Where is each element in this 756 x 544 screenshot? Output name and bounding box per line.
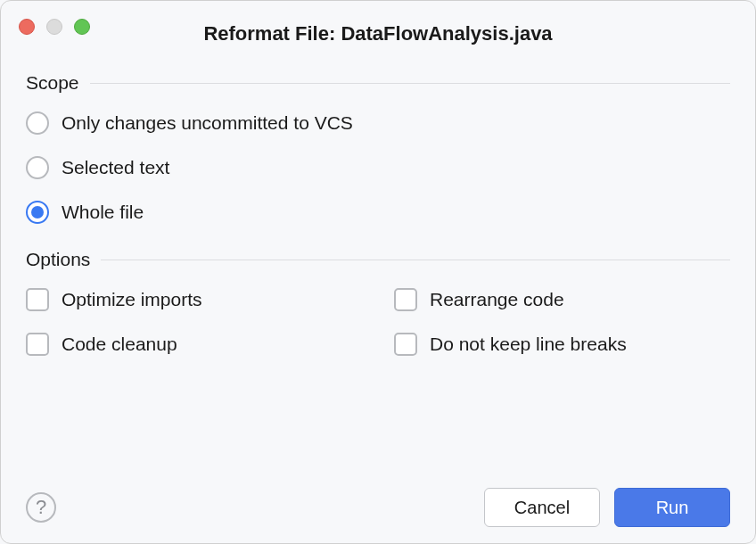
radio-icon[interactable] xyxy=(26,201,49,224)
radio-label: Selected text xyxy=(62,157,169,178)
help-icon[interactable]: ? xyxy=(26,492,56,523)
maximize-icon[interactable] xyxy=(74,19,90,35)
checkbox-label: Do not keep line breaks xyxy=(430,334,627,355)
radio-icon[interactable] xyxy=(26,111,49,135)
button-group: Cancel Run xyxy=(484,488,730,527)
titlebar: Reformat File: DataFlowAnalysis.java xyxy=(1,1,755,51)
reformat-dialog: Reformat File: DataFlowAnalysis.java Sco… xyxy=(0,0,756,544)
scope-label: Scope xyxy=(26,72,79,94)
option-rearrange-code[interactable]: Rearrange code xyxy=(387,286,730,313)
checkbox-label: Code cleanup xyxy=(62,334,177,355)
dialog-content: Scope Only changes uncommitted to VCS Se… xyxy=(1,51,755,358)
scope-option-vcs[interactable]: Only changes uncommitted to VCS xyxy=(26,110,730,136)
option-code-cleanup[interactable]: Code cleanup xyxy=(26,331,369,358)
scope-option-whole-file[interactable]: Whole file xyxy=(26,199,730,226)
button-label: Cancel xyxy=(514,498,570,518)
minimize-icon[interactable] xyxy=(46,19,62,35)
option-keep-line-breaks[interactable]: Do not keep line breaks xyxy=(387,331,730,358)
help-glyph: ? xyxy=(36,496,46,519)
options-grid: Optimize imports Rearrange code Code cle… xyxy=(26,286,730,358)
run-button[interactable]: Run xyxy=(614,488,730,527)
checkbox-icon[interactable] xyxy=(26,288,49,311)
options-label: Options xyxy=(26,249,90,270)
radio-label: Whole file xyxy=(62,202,144,223)
dialog-title: Reformat File: DataFlowAnalysis.java xyxy=(1,6,755,45)
checkbox-label: Rearrange code xyxy=(430,289,564,310)
button-label: Run xyxy=(656,498,689,518)
option-optimize-imports[interactable]: Optimize imports xyxy=(26,286,369,313)
close-icon[interactable] xyxy=(19,19,35,35)
radio-label: Only changes uncommitted to VCS xyxy=(62,112,353,134)
window-controls xyxy=(19,19,90,35)
cancel-button[interactable]: Cancel xyxy=(484,488,600,527)
options-section: Options Optimize imports Rearrange code … xyxy=(26,249,730,358)
checkbox-icon[interactable] xyxy=(394,288,417,311)
checkbox-icon[interactable] xyxy=(394,333,417,356)
divider xyxy=(90,83,730,84)
scope-header: Scope xyxy=(26,72,730,94)
checkbox-icon[interactable] xyxy=(26,333,49,356)
scope-section: Scope Only changes uncommitted to VCS Se… xyxy=(26,72,730,226)
checkbox-label: Optimize imports xyxy=(62,289,202,310)
options-header: Options xyxy=(26,249,730,270)
divider xyxy=(101,260,730,260)
radio-icon[interactable] xyxy=(26,156,49,179)
dialog-footer: ? Cancel Run xyxy=(26,488,730,527)
scope-option-selected-text[interactable]: Selected text xyxy=(26,154,730,181)
